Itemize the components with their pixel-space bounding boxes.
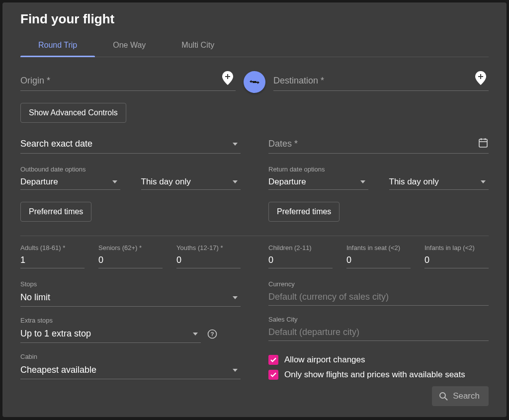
return-mode-select[interactable]: Departure	[268, 174, 368, 190]
swap-origin-destination-button[interactable]	[244, 71, 265, 93]
search-button[interactable]: Search	[432, 386, 489, 406]
destination-field[interactable]: Destination *	[273, 71, 489, 91]
extra-stops-help-icon[interactable]: ?	[207, 329, 218, 339]
dropdown-icon	[481, 180, 486, 183]
children-label: Children (2-11)	[268, 244, 333, 252]
sales-city-placeholder: Default (departure city)	[268, 327, 359, 337]
extra-stops-label: Extra stops	[20, 317, 241, 324]
stops-value: No limit	[20, 292, 50, 303]
children-input[interactable]	[268, 252, 333, 268]
outbound-range-value: This day only	[141, 177, 191, 187]
infants-seat-label: Infants in seat (<2)	[346, 244, 411, 252]
sales-city-input[interactable]: Default (departure city)	[268, 324, 489, 341]
youths-label: Youths (12-17) *	[176, 244, 241, 252]
seniors-label: Seniors (62+) *	[98, 244, 163, 252]
dropdown-icon	[112, 180, 117, 183]
currency-placeholder: Default (currency of sales city)	[268, 292, 389, 302]
infants-lap-label: Infants in lap (<2)	[424, 244, 489, 252]
calendar-icon	[479, 138, 488, 150]
seniors-input[interactable]	[98, 252, 163, 268]
return-group-label: Return date options	[268, 166, 489, 173]
return-mode-value: Departure	[268, 177, 306, 187]
only-available-checkbox[interactable]	[268, 370, 278, 380]
search-button-label: Search	[453, 391, 480, 401]
svg-line-7	[445, 398, 447, 400]
dropdown-icon	[233, 180, 238, 183]
adults-label: Adults (18-61) *	[20, 244, 85, 252]
outbound-group-label: Outbound date options	[20, 166, 241, 173]
return-range-select[interactable]: This day only	[389, 174, 489, 190]
infants-lap-input[interactable]	[424, 252, 489, 268]
cabin-value: Cheapest available	[20, 365, 96, 375]
cabin-select[interactable]: Cheapest available	[20, 361, 241, 379]
airport-changes-checkbox[interactable]	[268, 355, 278, 365]
trip-type-tabs: Round Trip One Way Multi City	[20, 35, 489, 57]
dropdown-icon	[360, 180, 365, 183]
outbound-range-select[interactable]: This day only	[141, 174, 241, 190]
page-title: Find your flight	[20, 11, 489, 27]
dropdown-icon	[233, 369, 238, 372]
dropdown-icon	[233, 143, 238, 146]
adults-input[interactable]	[20, 252, 85, 268]
search-exact-date-select[interactable]: Search exact date	[20, 135, 241, 154]
destination-label: Destination *	[273, 76, 324, 86]
svg-rect-0	[479, 139, 487, 147]
stops-select[interactable]: No limit	[20, 289, 241, 307]
add-destination-pin-icon[interactable]	[475, 71, 487, 87]
currency-label: Currency	[268, 280, 489, 288]
only-available-label: Only show flights and prices with availa…	[284, 370, 465, 380]
tab-multi-city[interactable]: Multi City	[164, 35, 232, 57]
cabin-label: Cabin	[20, 353, 241, 360]
sales-city-label: Sales City	[268, 316, 489, 323]
check-icon	[270, 371, 277, 378]
return-preferred-times-button[interactable]: Preferred times	[268, 202, 339, 222]
check-icon	[270, 356, 277, 363]
return-range-value: This day only	[389, 177, 439, 187]
airport-changes-label: Allow airport changes	[284, 355, 365, 365]
origin-field[interactable]: Origin *	[20, 71, 236, 91]
currency-input[interactable]: Default (currency of sales city)	[268, 289, 489, 306]
svg-text:?: ?	[211, 331, 214, 337]
tab-one-way[interactable]: One Way	[95, 35, 164, 57]
origin-destination-row: Origin * Destination *	[20, 71, 489, 91]
extra-stops-value: Up to 1 extra stop	[20, 329, 91, 339]
outbound-mode-value: Departure	[20, 177, 58, 187]
infants-seat-input[interactable]	[346, 252, 411, 268]
stops-label: Stops	[20, 280, 241, 288]
search-exact-date-value: Search exact date	[20, 139, 233, 149]
extra-stops-select[interactable]: Up to 1 extra stop	[20, 325, 201, 343]
flight-search-panel: Find your flight Round Trip One Way Mult…	[2, 2, 507, 417]
dates-field[interactable]: Dates *	[268, 135, 489, 154]
dropdown-icon	[193, 333, 198, 336]
outbound-preferred-times-button[interactable]: Preferred times	[20, 202, 91, 222]
tab-round-trip[interactable]: Round Trip	[20, 35, 95, 57]
add-origin-pin-icon[interactable]	[222, 71, 234, 87]
divider	[20, 236, 489, 236]
search-icon	[439, 392, 448, 401]
youths-input[interactable]	[176, 252, 241, 268]
dates-label: Dates *	[268, 139, 479, 149]
outbound-mode-select[interactable]: Departure	[20, 174, 120, 190]
advanced-controls-button[interactable]: Show Advanced Controls	[20, 103, 126, 123]
swap-horiz-icon	[250, 79, 259, 85]
origin-label: Origin *	[20, 76, 50, 86]
dropdown-icon	[233, 296, 238, 299]
